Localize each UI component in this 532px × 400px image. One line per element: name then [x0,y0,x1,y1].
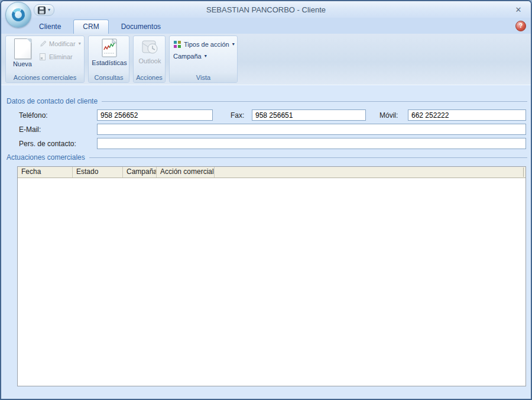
modificar-button[interactable]: Modificar ▾ [38,40,81,48]
eliminar-button[interactable]: Eliminar [38,53,73,61]
tipos-dropdown-icon: ▾ [232,42,235,47]
quick-access-toolbar: ▾ [34,4,54,16]
section-rule [102,101,527,102]
modificar-label: Modificar [49,40,76,47]
tab-documentos[interactable]: Documentos [112,20,170,34]
tipos-de-accion-button[interactable]: Tipos de acción ▾ [173,40,235,49]
fax-label: Fax: [231,111,244,120]
nueva-button[interactable]: Nueva [9,38,36,73]
modificar-dropdown-icon: ▾ [79,41,81,46]
outlook-button[interactable]: Outlook [135,38,165,73]
contact-section-header: Datos de contacto del cliente [7,97,527,105]
close-button[interactable]: ✕ [513,5,524,15]
column-header-fecha[interactable]: Fecha [18,167,73,178]
ribbon-tab-bar: Cliente CRM Documentos ? [1,18,531,34]
column-header-campana[interactable]: Campaña [123,167,157,178]
telefono-label: Teléfono: [19,111,48,120]
outlook-label: Outlook [139,57,161,64]
campana-button[interactable]: Campaña ▾ [173,53,207,60]
quick-access-dropdown[interactable]: ▾ [48,8,50,12]
save-icon[interactable] [38,7,46,14]
group-label-acciones-comerciales: Acciones comerciales [6,73,84,82]
ribbon-group-consultas: Estadísticas Consultas [88,36,129,83]
pers-contacto-label: Pers. de contacto: [19,140,76,148]
actions-table-body [18,178,525,387]
app-logo-icon [10,7,27,23]
contact-section-title: Datos de contacto del cliente [7,97,98,105]
help-button[interactable]: ? [515,21,526,31]
group-label-vista: Vista [170,73,237,82]
email-label: E-Mail: [19,125,41,134]
campana-dropdown-icon: ▾ [205,54,207,59]
telefono-input[interactable] [97,109,213,121]
new-document-icon [14,38,31,59]
statistics-chart-icon [102,38,118,58]
ribbon-group-acciones-comerciales: Nueva Modificar ▾ [5,36,85,83]
tipos-de-accion-label: Tipos de acción [184,41,229,48]
ribbon-group-vista: Tipos de acción ▾ Campaña ▾ Vista [169,36,238,83]
actions-table-header: Fecha Estado Campaña Acción comercial [18,167,525,178]
actions-table: Fecha Estado Campaña Acción comercial [17,166,526,386]
column-header-accion-comercial[interactable]: Acción comercial [157,167,215,178]
campana-label: Campaña [173,53,202,60]
email-input[interactable] [97,124,526,135]
group-label-acciones: Acciones [134,73,165,82]
ribbon: Nueva Modificar ▾ [1,34,531,85]
delete-icon [38,53,47,61]
group-label-consultas: Consultas [89,73,129,82]
header-end-divider [523,167,524,177]
column-header-estado[interactable]: Estado [73,167,123,178]
section-rule [89,157,527,158]
estadisticas-label: Estadísticas [92,59,126,66]
categories-icon [173,40,181,49]
ribbon-tabs: Cliente CRM Documentos [30,20,170,34]
ribbon-group-acciones: Outlook Acciones [133,36,166,83]
tab-cliente[interactable]: Cliente [30,20,70,34]
client-form: Datos de contacto del cliente Teléfono: … [1,85,531,399]
tab-crm[interactable]: CRM [73,20,108,34]
estadisticas-button[interactable]: Estadísticas [90,38,129,73]
pers-contacto-input[interactable] [97,138,526,149]
movil-label: Móvil: [379,111,398,120]
actions-section-title: Actuaciones comerciales [7,153,85,162]
outlook-icon [141,38,159,56]
nueva-label: Nueva [13,60,32,67]
movil-input[interactable] [408,109,526,121]
actions-section-header: Actuaciones comerciales [7,153,527,162]
title-bar: SEBASTIAN PANCORBO - Cliente ✕ [1,1,531,18]
edit-icon [38,40,47,48]
client-window: SEBASTIAN PANCORBO - Cliente ✕ ▾ Cliente… [0,0,532,400]
eliminar-label: Eliminar [49,53,73,60]
help-icon: ? [519,22,523,29]
app-menu-button[interactable] [5,2,31,28]
fax-input[interactable] [252,109,366,121]
window-title: SEBASTIAN PANCORBO - Cliente [1,5,531,14]
